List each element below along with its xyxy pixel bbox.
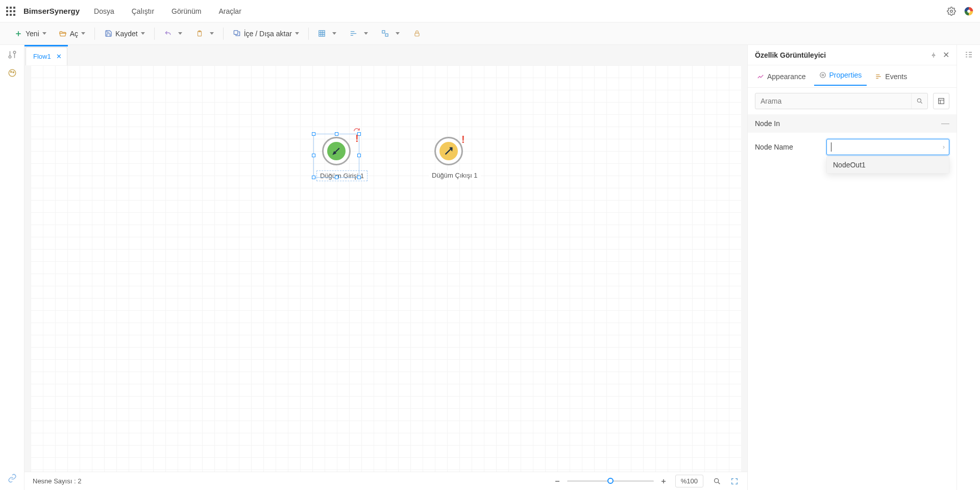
save-icon xyxy=(104,30,112,38)
dropdown-option-nodeout1[interactable]: NodeOut1 xyxy=(827,157,949,173)
tab-label: Flow1 xyxy=(33,53,51,60)
chevron-right-icon: › xyxy=(943,143,945,151)
tab-close-icon[interactable]: ✕ xyxy=(56,53,62,60)
chevron-down-icon xyxy=(178,32,182,35)
grid-toggle-button[interactable] xyxy=(315,28,339,40)
new-label: Yeni xyxy=(26,30,39,38)
close-icon[interactable]: ✕ xyxy=(942,52,949,59)
warning-icon: ! xyxy=(355,133,359,144)
node-in[interactable]: ! Düğüm Girişi 1 xyxy=(316,137,368,181)
svg-point-1 xyxy=(967,10,970,13)
svg-rect-5 xyxy=(382,31,385,33)
zoom-control: %100 xyxy=(553,475,739,487)
node-out-label: Düğüm Çıkışı 1 xyxy=(429,170,481,180)
import-export-icon xyxy=(233,30,241,38)
undo-button[interactable] xyxy=(161,28,185,40)
svg-point-14 xyxy=(917,99,921,102)
section-node-in[interactable]: Node In — xyxy=(748,114,957,133)
search-input[interactable] xyxy=(755,97,911,105)
open-button[interactable]: Aç xyxy=(56,28,88,40)
clipboard-icon xyxy=(195,30,204,38)
properties-panel: Özellik Görüntüleyici ✕ Appearance Prope… xyxy=(747,45,957,490)
center-area: Flow1 ✕ xyxy=(24,45,747,490)
search-box[interactable] xyxy=(755,93,928,109)
align-icon xyxy=(350,30,358,38)
svg-point-11 xyxy=(715,478,719,482)
menu-view[interactable]: Görünüm xyxy=(172,7,201,15)
svg-point-0 xyxy=(950,10,953,12)
paste-button[interactable] xyxy=(192,28,217,40)
tools-icon[interactable] xyxy=(8,50,17,59)
object-count-label: Nesne Sayısı : 2 xyxy=(33,477,81,485)
tab-events[interactable]: Events xyxy=(870,69,912,84)
grid-icon xyxy=(318,30,326,38)
menu-file[interactable]: Dosya xyxy=(94,7,114,15)
panel-title: Özellik Görüntüleyici xyxy=(755,51,925,59)
save-label: Kaydet xyxy=(115,30,138,38)
svg-rect-7 xyxy=(415,33,419,36)
apps-grid-icon[interactable] xyxy=(6,7,15,16)
zoom-fit-button[interactable] xyxy=(713,477,722,486)
menubar: BimserSynergy Dosya Çalıştır Görünüm Ara… xyxy=(0,0,980,22)
node-out[interactable]: ! Düğüm Çıkışı 1 xyxy=(429,137,481,180)
panel-search-row xyxy=(748,88,957,114)
lock-icon xyxy=(413,30,421,38)
tab-appearance-label: Appearance xyxy=(767,72,806,81)
right-rail xyxy=(957,45,980,490)
arrange-icon xyxy=(381,30,389,38)
import-export-button[interactable]: İçe / Dışa aktar xyxy=(230,28,302,40)
svg-rect-15 xyxy=(939,99,944,104)
left-rail xyxy=(0,45,24,490)
chevron-down-icon xyxy=(364,32,368,35)
product-logo-icon[interactable] xyxy=(964,6,974,16)
canvas[interactable]: ! Düğüm Girişi 1 ! xyxy=(31,65,741,472)
link-icon[interactable] xyxy=(8,474,17,483)
menu-run[interactable]: Çalıştır xyxy=(132,7,154,15)
folder-open-icon xyxy=(59,30,67,38)
appearance-icon xyxy=(757,73,764,80)
chevron-down-icon xyxy=(210,32,214,35)
tab-properties[interactable]: Properties xyxy=(814,68,867,86)
lock-button[interactable] xyxy=(410,28,427,40)
tab-events-label: Events xyxy=(885,72,907,81)
align-button[interactable] xyxy=(347,28,371,40)
svg-point-8 xyxy=(9,69,16,77)
prop-node-name: Node Name › NodeOut1 xyxy=(748,133,957,161)
properties-icon xyxy=(819,71,826,79)
save-button[interactable]: Kaydet xyxy=(101,28,148,40)
fullscreen-button[interactable] xyxy=(730,477,739,486)
zoom-in-button[interactable] xyxy=(659,477,668,486)
pin-icon[interactable] xyxy=(930,52,937,59)
statusbar: Nesne Sayısı : 2 %100 xyxy=(24,472,747,490)
chevron-down-icon xyxy=(42,32,46,35)
tabstrip: Flow1 ✕ xyxy=(24,45,747,65)
workspace: Flow1 ✕ xyxy=(0,45,980,490)
zoom-thumb[interactable] xyxy=(607,478,614,484)
zoom-out-button[interactable] xyxy=(553,477,562,486)
arrange-button[interactable] xyxy=(378,28,403,40)
menu-tools[interactable]: Araçlar xyxy=(218,7,241,15)
chevron-down-icon xyxy=(295,32,299,35)
zoom-value[interactable]: %100 xyxy=(675,475,703,487)
outline-icon[interactable] xyxy=(964,50,973,59)
svg-rect-4 xyxy=(234,31,238,35)
import-export-label: İçe / Dışa aktar xyxy=(244,30,292,38)
chevron-down-icon xyxy=(396,32,400,35)
new-button[interactable]: Yeni xyxy=(11,28,50,40)
chevron-down-icon xyxy=(332,32,336,35)
svg-point-10 xyxy=(13,71,14,72)
layout-toggle-button[interactable] xyxy=(933,93,949,109)
search-icon[interactable] xyxy=(911,93,927,109)
settings-icon[interactable] xyxy=(946,6,957,16)
collapse-icon[interactable]: — xyxy=(941,119,949,128)
panel-tabs: Appearance Properties Events xyxy=(748,65,957,88)
chevron-down-icon xyxy=(141,32,145,35)
node-name-input[interactable]: › xyxy=(826,139,949,155)
prop-label: Node Name xyxy=(755,143,826,151)
zoom-slider[interactable] xyxy=(567,480,654,482)
tab-flow1[interactable]: Flow1 ✕ xyxy=(26,47,67,65)
open-label: Aç xyxy=(70,30,78,38)
tab-appearance[interactable]: Appearance xyxy=(752,69,811,84)
palette-icon[interactable] xyxy=(8,68,17,78)
svg-point-13 xyxy=(820,72,825,78)
